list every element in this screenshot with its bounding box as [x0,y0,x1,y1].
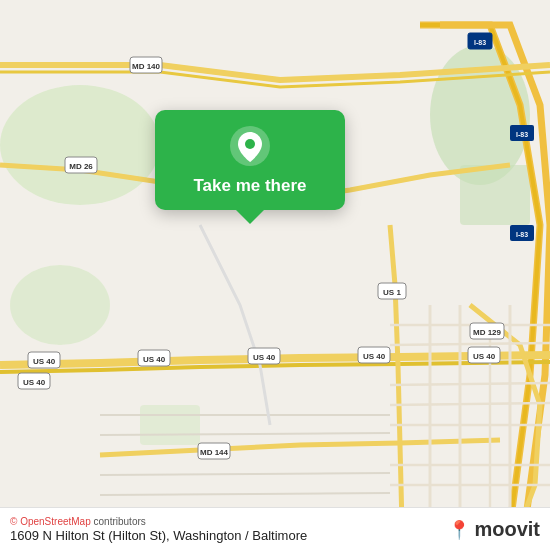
svg-text:MD 26: MD 26 [69,162,93,171]
svg-text:US 40: US 40 [253,353,276,362]
svg-text:I-83: I-83 [474,39,486,46]
moovit-pin-icon: 📍 [448,519,470,541]
map-svg: MD 140 I-83 I-83 I-83 MD 26 MD 26 US 40 … [0,0,550,550]
osm-contributors: contributors [94,516,146,527]
take-me-there-button[interactable]: Take me there [193,176,306,196]
svg-point-52 [245,139,255,149]
osm-credit: © OpenStreetMap contributors [10,516,307,527]
svg-rect-4 [460,165,530,225]
svg-text:US 40: US 40 [23,378,46,387]
location-pin-icon [228,124,272,168]
svg-text:US 1: US 1 [383,288,401,297]
svg-text:MD 140: MD 140 [132,62,161,71]
svg-text:MD 144: MD 144 [200,448,229,457]
bottom-bar: © OpenStreetMap contributors 1609 N Hilt… [0,507,550,550]
bottom-left-info: © OpenStreetMap contributors 1609 N Hilt… [10,516,307,543]
svg-text:US 40: US 40 [363,352,386,361]
svg-text:US 40: US 40 [143,355,166,364]
address-text: 1609 N Hilton St (Hilton St), Washington… [10,528,307,543]
svg-text:MD 129: MD 129 [473,328,502,337]
svg-text:I-83: I-83 [516,131,528,138]
popup-card[interactable]: Take me there [155,110,345,210]
svg-point-2 [10,265,110,345]
svg-text:I-83: I-83 [516,231,528,238]
svg-rect-5 [140,405,200,445]
moovit-label: moovit [474,518,540,541]
moovit-logo: 📍 moovit [448,518,540,541]
svg-point-1 [0,85,160,205]
svg-text:US 40: US 40 [33,357,56,366]
osm-link[interactable]: © OpenStreetMap [10,516,91,527]
map-container: MD 140 I-83 I-83 I-83 MD 26 MD 26 US 40 … [0,0,550,550]
svg-text:US 40: US 40 [473,352,496,361]
